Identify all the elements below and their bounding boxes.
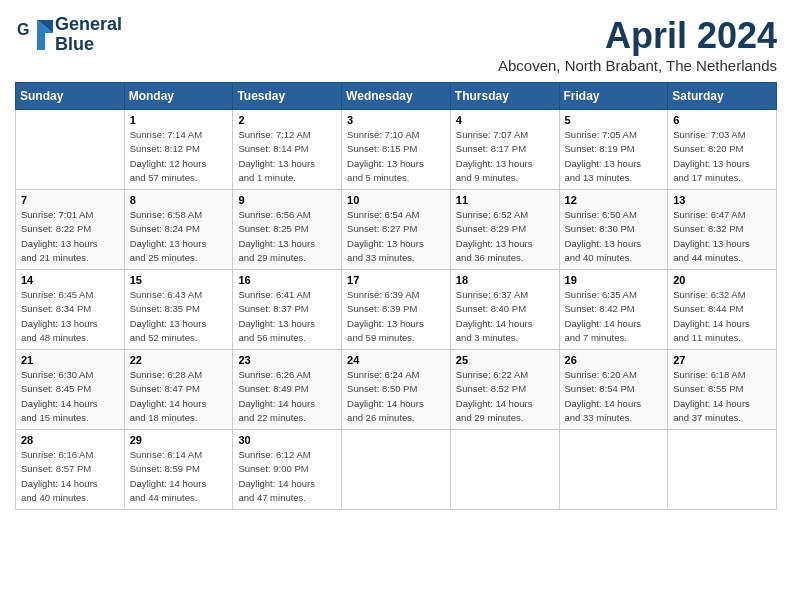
day-number: 16 [238,274,336,286]
day-info: Sunrise: 7:10 AMSunset: 8:15 PMDaylight:… [347,128,445,185]
calendar-body: 1Sunrise: 7:14 AMSunset: 8:12 PMDaylight… [16,110,777,510]
day-number: 6 [673,114,771,126]
day-info: Sunrise: 6:30 AMSunset: 8:45 PMDaylight:… [21,368,119,425]
calendar-day-cell: 20Sunrise: 6:32 AMSunset: 8:44 PMDayligh… [668,270,777,350]
day-number: 17 [347,274,445,286]
day-info: Sunrise: 6:16 AMSunset: 8:57 PMDaylight:… [21,448,119,505]
calendar-day-cell: 16Sunrise: 6:41 AMSunset: 8:37 PMDayligh… [233,270,342,350]
calendar-day-cell: 28Sunrise: 6:16 AMSunset: 8:57 PMDayligh… [16,430,125,510]
calendar-day-cell: 8Sunrise: 6:58 AMSunset: 8:24 PMDaylight… [124,190,233,270]
logo-line2: Blue [55,35,122,55]
day-number: 27 [673,354,771,366]
day-info: Sunrise: 6:26 AMSunset: 8:49 PMDaylight:… [238,368,336,425]
day-number: 14 [21,274,119,286]
day-info: Sunrise: 6:24 AMSunset: 8:50 PMDaylight:… [347,368,445,425]
day-number: 28 [21,434,119,446]
calendar-day-cell: 12Sunrise: 6:50 AMSunset: 8:30 PMDayligh… [559,190,668,270]
day-info: Sunrise: 7:07 AMSunset: 8:17 PMDaylight:… [456,128,554,185]
day-info: Sunrise: 6:20 AMSunset: 8:54 PMDaylight:… [565,368,663,425]
calendar-day-cell: 11Sunrise: 6:52 AMSunset: 8:29 PMDayligh… [450,190,559,270]
day-info: Sunrise: 6:37 AMSunset: 8:40 PMDaylight:… [456,288,554,345]
day-number: 1 [130,114,228,126]
day-info: Sunrise: 6:35 AMSunset: 8:42 PMDaylight:… [565,288,663,345]
calendar-day-cell: 7Sunrise: 7:01 AMSunset: 8:22 PMDaylight… [16,190,125,270]
day-info: Sunrise: 7:01 AMSunset: 8:22 PMDaylight:… [21,208,119,265]
calendar-week-row: 7Sunrise: 7:01 AMSunset: 8:22 PMDaylight… [16,190,777,270]
day-number: 18 [456,274,554,286]
day-info: Sunrise: 6:45 AMSunset: 8:34 PMDaylight:… [21,288,119,345]
calendar-day-cell: 1Sunrise: 7:14 AMSunset: 8:12 PMDaylight… [124,110,233,190]
day-number: 29 [130,434,228,446]
calendar-day-cell: 3Sunrise: 7:10 AMSunset: 8:15 PMDaylight… [342,110,451,190]
day-number: 22 [130,354,228,366]
day-info: Sunrise: 6:22 AMSunset: 8:52 PMDaylight:… [456,368,554,425]
day-number: 20 [673,274,771,286]
day-info: Sunrise: 6:54 AMSunset: 8:27 PMDaylight:… [347,208,445,265]
day-number: 24 [347,354,445,366]
day-info: Sunrise: 6:47 AMSunset: 8:32 PMDaylight:… [673,208,771,265]
calendar-week-row: 28Sunrise: 6:16 AMSunset: 8:57 PMDayligh… [16,430,777,510]
weekday-header: Tuesday [233,83,342,110]
calendar-day-cell [450,430,559,510]
calendar-header-row: SundayMondayTuesdayWednesdayThursdayFrid… [16,83,777,110]
calendar-day-cell: 22Sunrise: 6:28 AMSunset: 8:47 PMDayligh… [124,350,233,430]
day-number: 30 [238,434,336,446]
calendar-day-cell: 17Sunrise: 6:39 AMSunset: 8:39 PMDayligh… [342,270,451,350]
day-info: Sunrise: 7:12 AMSunset: 8:14 PMDaylight:… [238,128,336,185]
calendar-day-cell: 5Sunrise: 7:05 AMSunset: 8:19 PMDaylight… [559,110,668,190]
day-number: 19 [565,274,663,286]
day-number: 2 [238,114,336,126]
day-info: Sunrise: 6:12 AMSunset: 9:00 PMDaylight:… [238,448,336,505]
day-number: 3 [347,114,445,126]
day-number: 10 [347,194,445,206]
calendar-day-cell: 24Sunrise: 6:24 AMSunset: 8:50 PMDayligh… [342,350,451,430]
day-number: 23 [238,354,336,366]
day-info: Sunrise: 6:56 AMSunset: 8:25 PMDaylight:… [238,208,336,265]
day-number: 8 [130,194,228,206]
logo-line1: General [55,15,122,35]
calendar-day-cell [668,430,777,510]
day-info: Sunrise: 7:14 AMSunset: 8:12 PMDaylight:… [130,128,228,185]
calendar-day-cell: 21Sunrise: 6:30 AMSunset: 8:45 PMDayligh… [16,350,125,430]
day-info: Sunrise: 6:52 AMSunset: 8:29 PMDaylight:… [456,208,554,265]
calendar-week-row: 1Sunrise: 7:14 AMSunset: 8:12 PMDaylight… [16,110,777,190]
calendar-day-cell: 29Sunrise: 6:14 AMSunset: 8:59 PMDayligh… [124,430,233,510]
calendar-day-cell: 27Sunrise: 6:18 AMSunset: 8:55 PMDayligh… [668,350,777,430]
day-info: Sunrise: 7:05 AMSunset: 8:19 PMDaylight:… [565,128,663,185]
calendar-day-cell: 23Sunrise: 6:26 AMSunset: 8:49 PMDayligh… [233,350,342,430]
day-number: 15 [130,274,228,286]
calendar-day-cell [16,110,125,190]
day-info: Sunrise: 6:58 AMSunset: 8:24 PMDaylight:… [130,208,228,265]
calendar-day-cell [342,430,451,510]
day-info: Sunrise: 7:03 AMSunset: 8:20 PMDaylight:… [673,128,771,185]
logo: G General Blue [15,15,122,55]
day-number: 26 [565,354,663,366]
weekday-header: Monday [124,83,233,110]
calendar-day-cell: 26Sunrise: 6:20 AMSunset: 8:54 PMDayligh… [559,350,668,430]
calendar-day-cell: 18Sunrise: 6:37 AMSunset: 8:40 PMDayligh… [450,270,559,350]
logo-icon: G [15,15,55,55]
calendar-day-cell: 4Sunrise: 7:07 AMSunset: 8:17 PMDaylight… [450,110,559,190]
weekday-header: Saturday [668,83,777,110]
day-info: Sunrise: 6:43 AMSunset: 8:35 PMDaylight:… [130,288,228,345]
day-number: 9 [238,194,336,206]
day-info: Sunrise: 6:18 AMSunset: 8:55 PMDaylight:… [673,368,771,425]
calendar-day-cell: 30Sunrise: 6:12 AMSunset: 9:00 PMDayligh… [233,430,342,510]
day-info: Sunrise: 6:14 AMSunset: 8:59 PMDaylight:… [130,448,228,505]
calendar-day-cell: 14Sunrise: 6:45 AMSunset: 8:34 PMDayligh… [16,270,125,350]
day-info: Sunrise: 6:39 AMSunset: 8:39 PMDaylight:… [347,288,445,345]
calendar-day-cell: 15Sunrise: 6:43 AMSunset: 8:35 PMDayligh… [124,270,233,350]
page-header: G General Blue April 2024 Abcoven, North… [15,15,777,74]
title-area: April 2024 Abcoven, North Brabant, The N… [498,15,777,74]
calendar-week-row: 21Sunrise: 6:30 AMSunset: 8:45 PMDayligh… [16,350,777,430]
logo-text: General Blue [55,15,122,55]
calendar-day-cell [559,430,668,510]
day-info: Sunrise: 6:50 AMSunset: 8:30 PMDaylight:… [565,208,663,265]
day-info: Sunrise: 6:32 AMSunset: 8:44 PMDaylight:… [673,288,771,345]
weekday-header: Friday [559,83,668,110]
day-info: Sunrise: 6:28 AMSunset: 8:47 PMDaylight:… [130,368,228,425]
location-title: Abcoven, North Brabant, The Netherlands [498,57,777,74]
weekday-header: Thursday [450,83,559,110]
day-number: 25 [456,354,554,366]
day-number: 4 [456,114,554,126]
